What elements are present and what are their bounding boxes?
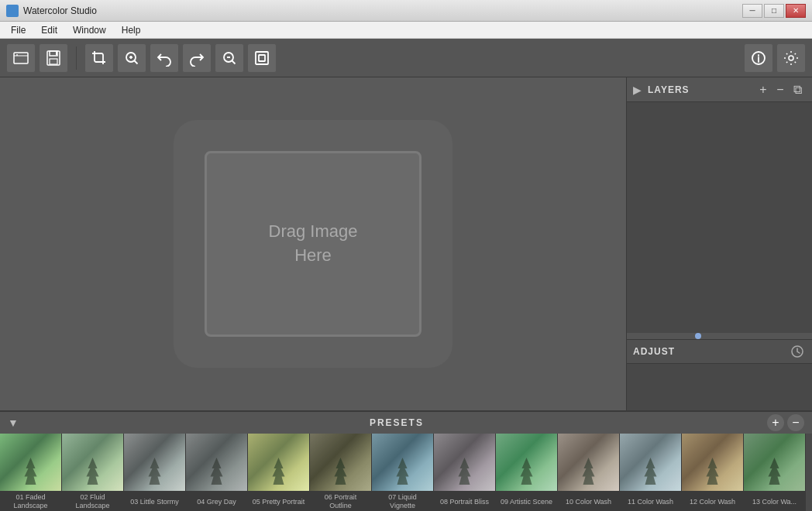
zoom-out-button[interactable] <box>215 43 244 73</box>
presets-header: ▼ PRESETS + − <box>0 412 812 434</box>
svg-rect-9 <box>259 55 265 61</box>
preset-item[interactable]: 06 Portrait Outline <box>310 434 372 511</box>
preset-item[interactable]: 08 Portrait Bliss <box>434 434 496 511</box>
menu-window[interactable]: Window <box>65 23 114 37</box>
preset-label: 09 Artistic Scene <box>496 491 557 511</box>
window-controls: ─ □ ✕ <box>742 4 806 18</box>
preset-item[interactable]: 04 Grey Day <box>186 434 248 511</box>
preset-label: 07 Liquid Vignette <box>372 491 433 511</box>
app-title: Watercolor Studio <box>23 5 742 16</box>
preset-label: 02 Fluid Landscape <box>62 491 123 511</box>
preset-item[interactable]: 01 Faded Landscape <box>0 434 62 511</box>
preset-thumbnail <box>310 434 371 491</box>
toolbar <box>0 39 812 77</box>
preset-item[interactable]: 10 Color Wash <box>558 434 620 511</box>
preset-thumbnail <box>0 434 61 491</box>
app-icon <box>6 5 19 17</box>
preset-thumbnail <box>62 434 123 491</box>
drop-zone[interactable]: Drag ImageHere <box>174 120 452 368</box>
canvas-area[interactable]: Drag ImageHere <box>0 77 626 410</box>
adjust-content <box>627 364 812 410</box>
preset-label: 10 Color Wash <box>558 491 619 511</box>
adjust-header: ADJUST <box>627 339 812 364</box>
svg-rect-1 <box>16 54 18 56</box>
presets-toggle[interactable]: ▼ <box>8 417 19 429</box>
menu-file[interactable]: File <box>3 23 33 37</box>
open-image-button[interactable] <box>6 43 36 73</box>
layers-duplicate-button[interactable]: ⧉ <box>789 81 806 98</box>
save-button[interactable] <box>39 43 68 73</box>
drop-text: Drag ImageHere <box>269 220 358 268</box>
preset-item[interactable]: 03 Little Stormy <box>124 434 186 511</box>
menu-bar: File Edit Window Help <box>0 22 812 39</box>
svg-rect-4 <box>56 52 57 55</box>
layers-add-button[interactable]: + <box>755 81 772 98</box>
presets-scroll[interactable]: 01 Faded Landscape02 Fluid Landscape03 L… <box>0 434 812 511</box>
presets-add-button[interactable]: + <box>767 414 784 431</box>
preset-thumbnail <box>558 434 619 491</box>
adjust-icon[interactable] <box>789 343 806 360</box>
preset-thumbnail <box>248 434 309 491</box>
layers-content <box>627 102 812 339</box>
undo-button[interactable] <box>150 43 179 73</box>
preset-thumbnail <box>682 434 743 491</box>
preset-label: 04 Grey Day <box>186 491 247 511</box>
minimize-button[interactable]: ─ <box>742 4 762 18</box>
main-area: Drag ImageHere ▶ LAYERS + − ⧉ ADJUST <box>0 77 812 410</box>
info-button[interactable] <box>744 43 773 73</box>
preset-label: 08 Portrait Bliss <box>434 491 495 511</box>
preset-label: 01 Faded Landscape <box>0 491 61 511</box>
svg-rect-0 <box>14 53 28 63</box>
toolbar-separator-1 <box>76 46 77 70</box>
layers-title: LAYERS <box>648 84 755 95</box>
preset-item[interactable]: 13 Color Wa... <box>744 434 806 511</box>
preset-label: 12 Color Wash <box>682 491 743 511</box>
adjust-title: ADJUST <box>633 346 789 357</box>
menu-edit[interactable]: Edit <box>33 23 65 37</box>
preset-thumbnail <box>434 434 495 491</box>
svg-rect-8 <box>256 52 268 64</box>
crop-button[interactable] <box>84 43 114 73</box>
presets-bar: ▼ PRESETS + − 01 Faded Landscape02 Fluid… <box>0 410 812 511</box>
fit-button[interactable] <box>247 43 277 73</box>
redo-button[interactable] <box>182 43 212 73</box>
preset-item[interactable]: 02 Fluid Landscape <box>62 434 124 511</box>
layers-header: ▶ LAYERS + − ⧉ <box>627 77 812 102</box>
preset-item[interactable]: 09 Artistic Scene <box>496 434 558 511</box>
layers-toggle-arrow[interactable]: ▶ <box>633 84 642 96</box>
preset-thumbnail <box>620 434 681 491</box>
preset-item[interactable]: 07 Liquid Vignette <box>372 434 434 511</box>
svg-point-11 <box>789 56 793 60</box>
preset-label: 03 Little Stormy <box>124 491 185 511</box>
preset-label: 13 Color Wa... <box>744 491 805 511</box>
drop-inner: Drag ImageHere <box>205 151 421 337</box>
preset-thumbnail <box>496 434 557 491</box>
preset-thumbnail <box>744 434 805 491</box>
layers-slider-thumb <box>695 333 701 339</box>
preset-item[interactable]: 12 Color Wash <box>682 434 744 511</box>
title-bar: Watercolor Studio ─ □ ✕ <box>0 0 812 22</box>
preset-label: 06 Portrait Outline <box>310 491 371 511</box>
preset-label: 11 Color Wash <box>620 491 681 511</box>
preset-item[interactable]: 05 Pretty Portrait <box>248 434 310 511</box>
settings-button[interactable] <box>776 43 806 73</box>
presets-remove-button[interactable]: − <box>787 414 804 431</box>
maximize-button[interactable]: □ <box>764 4 784 18</box>
preset-thumbnail <box>186 434 247 491</box>
zoom-in-button[interactable] <box>117 43 146 73</box>
layers-slider <box>627 333 812 339</box>
svg-rect-5 <box>50 59 57 64</box>
preset-thumbnail <box>372 434 433 491</box>
right-panel: ▶ LAYERS + − ⧉ ADJUST <box>626 77 812 410</box>
menu-help[interactable]: Help <box>114 23 149 37</box>
presets-title: PRESETS <box>26 417 767 428</box>
close-button[interactable]: ✕ <box>786 4 806 18</box>
layers-remove-button[interactable]: − <box>772 81 789 98</box>
preset-label: 05 Pretty Portrait <box>248 491 309 511</box>
preset-item[interactable]: 11 Color Wash <box>620 434 682 511</box>
preset-thumbnail <box>124 434 185 491</box>
